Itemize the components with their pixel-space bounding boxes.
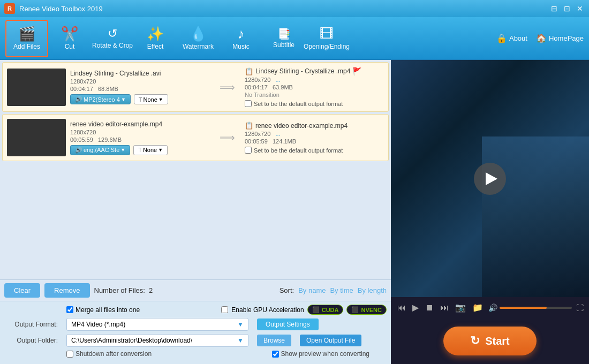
nvenc-label: NVENC [361,307,382,313]
about-button[interactable]: 🔒 About [496,33,527,43]
default-format-label-2: Set to be the default output format [254,147,343,154]
sort-label: Sort: [280,286,294,294]
cuda-label: CUDA [322,307,339,313]
input-duration-1: 00:04:17 68.8MB [70,86,209,92]
show-preview-label[interactable]: Show preview when converting [272,350,369,358]
audio-dropdown-arrow-2: ▼ [120,147,125,153]
options-row: Shutdown after conversion Show preview w… [4,350,387,361]
volume-track[interactable] [500,307,572,309]
output-folder-row: Output Folder: C:\Users\Administrator\De… [4,334,387,347]
close-icon[interactable]: ✕ [575,4,585,13]
output-res-1: 1280x720 ... [245,77,384,83]
skip-forward-button[interactable]: ⏭ [439,302,450,314]
show-preview-checkbox[interactable] [272,351,279,358]
rotate-crop-icon: ↺ [108,28,117,40]
minimize-icon[interactable]: ⊟ [549,4,559,13]
browse-button[interactable]: Browse [257,335,291,346]
video-controls: ⏮ ▶ ⏹ ⏭ 📷 📁 🔊 ⛶ [391,297,589,318]
open-output-button[interactable]: Open Output File [300,335,361,346]
default-format-checkbox-1[interactable] [245,100,252,107]
path-dropdown-arrow: ▼ [237,337,244,344]
toolbar-music[interactable]: ♪ Music [220,20,262,57]
play-overlay-button[interactable] [474,163,506,195]
output-settings-button[interactable]: Output Settings [257,318,319,330]
arrow-icon-1: ⟹ [220,81,235,94]
toolbar-watermark[interactable]: 💧 Watermark [177,20,220,57]
shutdown-checkbox[interactable] [66,351,73,358]
audio-btn-2[interactable]: 🔊 eng,(AAC Ste ▼ [70,145,130,155]
merge-checkbox[interactable] [66,306,73,313]
file-count-label: Number of Files: [94,286,145,294]
file-count-value: 2 [149,286,153,294]
volume-slider[interactable]: 🔊 [488,304,572,312]
start-button[interactable]: ↻ Start [443,327,537,355]
start-section: ↻ Start [391,318,589,364]
cuda-icon: ⬛ [312,306,320,313]
folder-button[interactable]: 📁 [471,301,484,314]
main-content: Lindsey Stirling - Crystallize .avi 1280… [0,60,589,364]
camera-button[interactable]: 📷 [454,301,467,314]
subtitle-btn-2[interactable]: T None ▼ [133,145,168,155]
music-icon: ♪ [238,27,245,41]
toolbar-rotate-crop-label: Rotate & Crop [92,42,133,49]
sort-by-time[interactable]: By time [330,286,353,294]
output-flag-icon-1: 🚩 [352,67,361,75]
merge-checkbox-label[interactable]: Merge all files into one [66,306,140,314]
gpu-checkbox[interactable] [221,306,228,313]
subtitle-dropdown-arrow-1: ▼ [158,97,163,102]
default-format-label-1: Set to be the default output format [254,101,343,107]
file-count: Number of Files: 2 [94,286,153,294]
shutdown-text: Shutdown after conversion [75,350,152,358]
audio-btn-1[interactable]: 🔊 MP2(Stereo 4 ▼ [70,94,131,104]
stop-button[interactable]: ⏹ [424,302,435,314]
output-duration-1: 00:04:17 63.9MB [245,84,384,90]
file-info-1: Lindsey Stirling - Crystallize .avi 1280… [70,70,209,104]
clear-button[interactable]: Clear [4,283,40,298]
bottom-bar: Clear Remove Number of Files: 2 Sort: By… [0,279,391,301]
gpu-enable: Enable GPU Acceleration ⬛ CUDA ⬛ NVENC [221,305,387,315]
input-meta-1: 1280x720 [70,78,209,85]
subtitle-btn-1[interactable]: T None ▼ [134,94,168,104]
audio-icon-2: 🔊 [75,147,82,154]
toolbar-cut[interactable]: ✂️ Cut [48,20,91,57]
output-filename-1: 📋 Lindsey Stirling - Crystallize .mp4 🚩 [245,67,384,75]
default-format-checkbox-2[interactable] [245,147,252,154]
toolbar-effect-label: Effect [147,43,163,50]
shutdown-label[interactable]: Shutdown after conversion [66,350,152,358]
output-format-row: Output Format: MP4 Video (*.mp4) ▼ Outpu… [4,318,387,331]
volume-icon: 🔊 [488,304,497,312]
output-format-select[interactable]: MP4 Video (*.mp4) ▼ [66,318,248,331]
toolbar-cut-label: Cut [65,43,75,50]
output-filename-2: 📋 renee video editor-example.mp4 [245,122,384,130]
thumbnail-2 [7,119,66,156]
format-dropdown-arrow: ▼ [237,321,244,328]
output-folder-path[interactable]: C:\Users\Administrator\Desktop\download\… [66,334,248,347]
subtitle-icon: 📑 [277,28,291,39]
audio-icon-1: 🔊 [75,96,82,103]
about-label: About [509,34,527,42]
home-icon: 🏠 [536,33,547,43]
file-item-2: renee video editor-example.mp4 1280x720 … [2,114,389,161]
homepage-button[interactable]: 🏠 HomePage [536,33,584,43]
toolbar-opening-ending[interactable]: 🎞 Opening/Ending [305,20,348,57]
play-button[interactable]: ▶ [411,301,420,314]
merge-label: Merge all files into one [75,306,140,314]
toolbar-subtitle[interactable]: 📑 Subtitle [262,20,305,57]
window-controls[interactable]: ⊟ ⊡ ✕ [549,4,585,13]
skip-back-button[interactable]: ⏮ [396,302,407,314]
toolbar-effect[interactable]: ✨ Effect [134,20,177,57]
title-bar: R Renee Video Toolbox 2019 ⊟ ⊡ ✕ [0,0,589,17]
toolbar-rotate-crop[interactable]: ↺ Rotate & Crop [91,20,134,57]
audio-dropdown-arrow-1: ▼ [121,97,126,102]
default-format-row-2: Set to be the default output format [245,147,384,154]
video-figure [482,136,589,297]
fullscreen-button[interactable]: ⛶ [576,304,584,312]
remove-button[interactable]: Remove [44,283,89,298]
opening-ending-icon: 🎞 [320,27,334,41]
toolbar-add-files[interactable]: 🎬 Add Files [5,20,48,57]
output-format-value: MP4 Video (*.mp4) [71,321,125,328]
maximize-icon[interactable]: ⊡ [562,4,572,13]
arrow-icon-2: ⟹ [220,131,235,144]
sort-by-name[interactable]: By name [298,286,326,294]
sort-by-length[interactable]: By length [358,286,387,294]
